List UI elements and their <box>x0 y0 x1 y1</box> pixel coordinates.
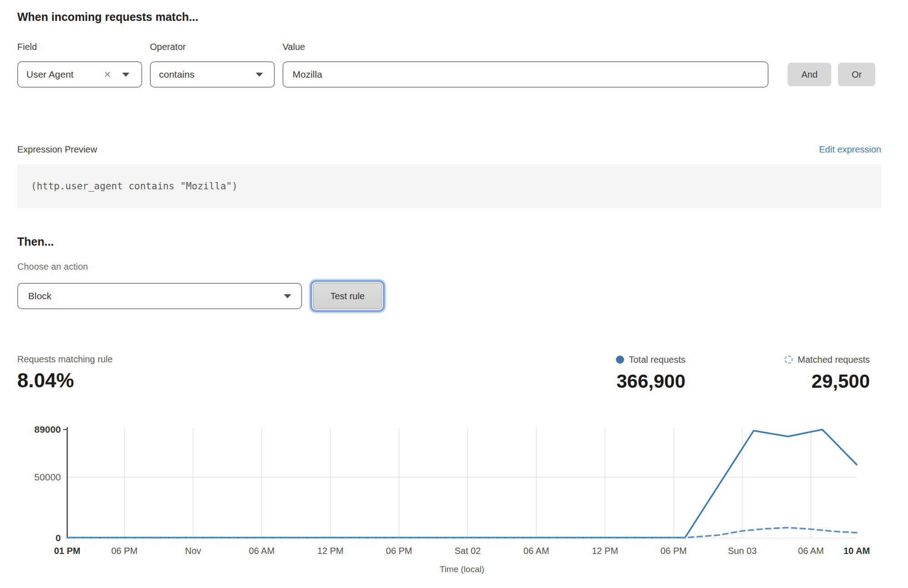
edit-expression-link[interactable]: Edit expression <box>819 144 881 155</box>
and-button[interactable]: And <box>788 63 831 86</box>
action-row: Block Test rule <box>17 280 881 312</box>
total-requests-stat: Total requests 366,900 <box>616 354 686 392</box>
svg-text:06 AM: 06 AM <box>798 546 824 556</box>
matched-requests-label: Matched requests <box>798 355 870 365</box>
test-rule-button[interactable]: Test rule <box>313 283 382 309</box>
value-input[interactable] <box>283 61 769 88</box>
total-requests-legend: Total requests <box>616 354 686 365</box>
match-section-title: When incoming requests match... <box>17 9 881 25</box>
field-select-value: User Agent <box>26 69 74 80</box>
control-labels-row: Field Operator Value <box>17 42 881 53</box>
requests-matching-label: Requests matching rule <box>17 354 113 365</box>
expression-preview-box: (http.user_agent contains "Mozilla") <box>17 164 881 208</box>
choose-action-label: Choose an action <box>17 262 881 272</box>
svg-text:89000: 89000 <box>35 424 61 435</box>
svg-text:Sat 02: Sat 02 <box>455 546 481 556</box>
action-select-value: Block <box>28 291 51 301</box>
svg-text:0: 0 <box>55 533 61 543</box>
chevron-down-icon <box>284 294 291 298</box>
expression-code: (http.user_agent contains "Mozilla") <box>31 181 238 192</box>
svg-text:Nov: Nov <box>185 546 201 556</box>
operator-select-value: contains <box>159 69 194 80</box>
field-select[interactable]: User Agent ✕ <box>17 61 142 88</box>
firewall-rule-editor: When incoming requests match... Field Op… <box>0 0 908 588</box>
chevron-down-icon <box>122 73 129 77</box>
svg-text:12 PM: 12 PM <box>317 546 343 556</box>
solid-dot-icon <box>616 356 624 364</box>
chevron-down-icon <box>256 73 263 77</box>
stats-row: Requests matching rule 8.04% Total reque… <box>17 354 881 392</box>
expression-header: Expression Preview Edit expression <box>17 144 881 157</box>
clear-field-icon[interactable]: ✕ <box>102 70 113 79</box>
svg-text:06 AM: 06 AM <box>249 546 275 556</box>
or-button[interactable]: Or <box>838 63 875 86</box>
requests-chart: 0500008900001 PM06 PMNov06 AM12 PM06 PMS… <box>17 421 881 578</box>
action-select[interactable]: Block <box>17 283 302 309</box>
svg-text:06 AM: 06 AM <box>523 546 549 556</box>
svg-text:01 PM: 01 PM <box>54 546 80 556</box>
dashed-circle-icon <box>784 356 793 364</box>
then-section-title: Then... <box>17 233 881 250</box>
chart-container: 0500008900001 PM06 PMNov06 AM12 PM06 PMS… <box>17 421 881 580</box>
operator-label: Operator <box>150 42 283 53</box>
field-label: Field <box>17 42 150 53</box>
requests-matching-stat: Requests matching rule 8.04% <box>17 354 113 392</box>
total-requests-label: Total requests <box>629 355 686 365</box>
svg-text:Time (local): Time (local) <box>440 564 485 574</box>
svg-text:12 PM: 12 PM <box>592 546 618 556</box>
matched-requests-value: 29,500 <box>784 371 870 392</box>
svg-text:06 PM: 06 PM <box>386 546 412 556</box>
matched-requests-stat: Matched requests 29,500 <box>784 354 870 392</box>
total-requests-value: 366,900 <box>616 371 686 392</box>
svg-text:50000: 50000 <box>35 472 61 482</box>
svg-text:10 AM: 10 AM <box>843 546 870 556</box>
operator-select[interactable]: contains <box>150 61 275 88</box>
svg-text:06 PM: 06 PM <box>660 546 687 556</box>
svg-text:Sun 03: Sun 03 <box>728 546 756 556</box>
requests-matching-value: 8.04% <box>17 369 113 392</box>
rule-controls-row: User Agent ✕ contains And Or <box>17 60 881 89</box>
expression-preview-label: Expression Preview <box>17 144 97 155</box>
value-label: Value <box>283 42 881 53</box>
matched-requests-legend: Matched requests <box>784 354 870 365</box>
svg-text:06 PM: 06 PM <box>111 546 138 556</box>
